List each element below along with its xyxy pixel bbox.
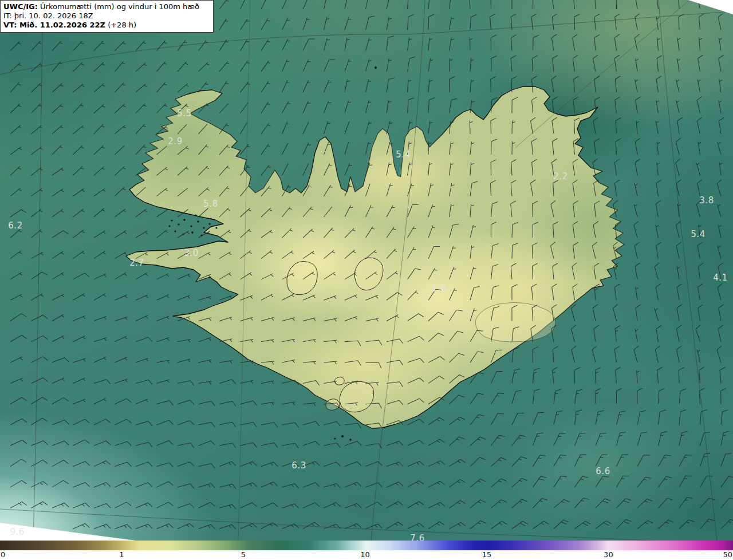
product-title: Úrkomumætti (mm) og vindur i 100m hæð xyxy=(38,2,199,11)
product-title-line: UWC/IG: Úrkomumætti (mm) og vindur i 100… xyxy=(3,2,208,11)
colorbar-tick: 50 xyxy=(723,550,732,559)
colorbar-tick: 10 xyxy=(360,550,370,559)
precipitation-wind-map: 5.52.95.42.23.85.86.25.43.02.74.11.06.36… xyxy=(0,0,733,541)
map-vector-layer xyxy=(0,0,733,541)
weather-map-screen: 5.52.95.42.23.85.86.25.43.02.74.11.06.36… xyxy=(0,0,733,560)
colorbar-tick: 0 xyxy=(1,550,5,559)
colorbar-tick: 5 xyxy=(241,550,246,559)
colorbar-tick-labels: 01510153050 xyxy=(0,550,733,560)
projection-corner-bottomleft xyxy=(0,523,136,541)
init-time-line: IT: þri. 10. 02. 2026 18Z xyxy=(3,11,208,21)
colorbar-tick: 15 xyxy=(482,550,492,559)
valid-time-line: VT: Mið. 11.02.2026 22Z (+28 h) xyxy=(3,21,208,30)
projection-corner-topright xyxy=(688,0,733,14)
map-info-box: UWC/IG: Úrkomumætti (mm) og vindur i 100… xyxy=(0,0,214,33)
lead-time: (+28 h) xyxy=(105,21,136,29)
colorbar-tick: 1 xyxy=(119,550,124,559)
colorbar-tick: 30 xyxy=(604,550,613,559)
valid-time: VT: Mið. 11.02.2026 22Z xyxy=(3,21,105,29)
product-id: UWC/IG: xyxy=(3,2,38,11)
precipitation-colorbar xyxy=(0,541,733,550)
